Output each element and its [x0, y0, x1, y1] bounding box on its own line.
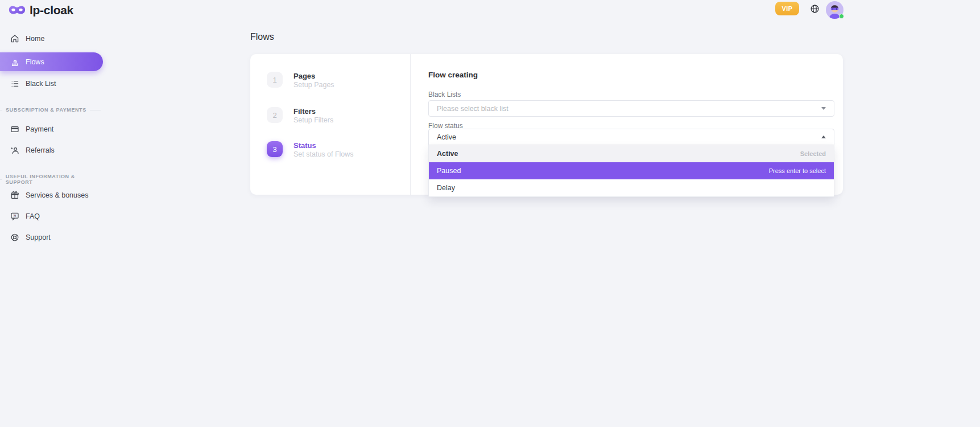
- sidebar-item-label: Black List: [26, 80, 56, 88]
- step-title: Filters: [293, 107, 333, 116]
- step-number-badge: 3: [267, 141, 283, 157]
- chevron-up-icon: [821, 136, 826, 138]
- sidebar-item-referrals[interactable]: Referrals: [0, 143, 103, 157]
- sidebar-item-home[interactable]: Home: [0, 32, 103, 46]
- form-title: Flow creating: [428, 71, 478, 79]
- step-filters[interactable]: 2 Filters Setup Filters: [267, 107, 333, 124]
- flow-creating-card: 1 Pages Setup Pages 2 Filters Setup Filt…: [250, 54, 843, 195]
- option-delay[interactable]: Delay: [429, 179, 834, 196]
- logo-text: lp-cloak: [30, 3, 73, 17]
- sidebar-item-payment[interactable]: Payment: [0, 122, 103, 136]
- sidebar-item-label: Home: [26, 35, 44, 43]
- page-title: Flows: [250, 32, 274, 42]
- step-subtitle: Set status of Flows: [293, 150, 354, 158]
- option-active[interactable]: Active Selected: [429, 145, 834, 162]
- sidebar-item-services[interactable]: Services & bonuses: [0, 188, 103, 202]
- sidebar-item-label: Support: [26, 233, 51, 241]
- sidebar-section-subscription: SUBSCRIPTION & PAYMENTS: [0, 107, 103, 113]
- option-label: Paused: [437, 167, 461, 175]
- app-screen: lp-cloak Home Flows: [0, 0, 980, 427]
- section-header-label: SUBSCRIPTION & PAYMENTS: [6, 107, 86, 113]
- sidebar-item-label: Services & bonuses: [26, 191, 88, 199]
- flow-status-select[interactable]: Active: [428, 129, 834, 145]
- flows-stack-icon: [10, 58, 19, 67]
- step-number-badge: 1: [267, 72, 283, 88]
- chevron-down-icon: [821, 107, 826, 110]
- black-lists-label: Black Lists: [428, 91, 461, 98]
- sidebar-item-label: Payment: [26, 125, 53, 133]
- globe-language-icon[interactable]: [810, 4, 820, 14]
- step-pages[interactable]: 1 Pages Setup Pages: [267, 72, 334, 89]
- option-paused[interactable]: Paused Press enter to select: [429, 162, 834, 179]
- step-title: Status: [293, 141, 354, 150]
- sidebar-item-faq[interactable]: ?! FAQ: [0, 210, 103, 223]
- sidebar-section-support: USEFUL INFORMATION & SUPPORT: [0, 174, 103, 185]
- section-header-label: USEFUL INFORMATION & SUPPORT: [6, 174, 97, 185]
- chat-question-icon: ?!: [10, 212, 19, 221]
- home-icon: [10, 34, 19, 43]
- credit-card-icon: [10, 125, 19, 134]
- black-lists-placeholder: Please select black list: [437, 105, 508, 113]
- sidebar-item-support[interactable]: Support: [0, 231, 103, 244]
- lifebuoy-icon: [10, 233, 19, 242]
- option-hint: Selected: [800, 150, 826, 157]
- black-list-icon: [10, 79, 19, 88]
- card-divider: [410, 54, 411, 195]
- step-subtitle: Setup Filters: [293, 116, 333, 124]
- sidebar-item-label: Flows: [26, 58, 44, 66]
- sidebar-item-label: FAQ: [26, 212, 40, 220]
- sidebar: lp-cloak Home Flows: [0, 0, 105, 427]
- person-star-icon: [10, 146, 19, 155]
- online-status-dot: [839, 14, 844, 19]
- vip-button[interactable]: VIP: [775, 2, 799, 15]
- sidebar-item-black-list[interactable]: Black List: [0, 77, 103, 91]
- option-hint: Press enter to select: [769, 167, 826, 174]
- flow-status-dropdown: Active Selected Paused Press enter to se…: [428, 145, 834, 197]
- mask-logo-icon: [9, 4, 26, 17]
- user-avatar[interactable]: [826, 1, 843, 19]
- black-lists-select[interactable]: Please select black list: [428, 100, 834, 117]
- option-label: Delay: [437, 184, 455, 192]
- sidebar-item-flows[interactable]: Flows: [0, 52, 103, 71]
- step-subtitle: Setup Pages: [293, 81, 334, 89]
- step-status[interactable]: 3 Status Set status of Flows: [267, 141, 354, 158]
- sidebar-item-label: Referrals: [26, 146, 55, 154]
- gift-icon: [10, 191, 19, 200]
- step-title: Pages: [293, 72, 334, 80]
- flow-status-value: Active: [437, 133, 456, 141]
- svg-text:?!: ?!: [13, 214, 16, 217]
- option-label: Active: [437, 150, 458, 158]
- step-number-badge: 2: [267, 107, 283, 123]
- app-logo[interactable]: lp-cloak: [9, 3, 73, 17]
